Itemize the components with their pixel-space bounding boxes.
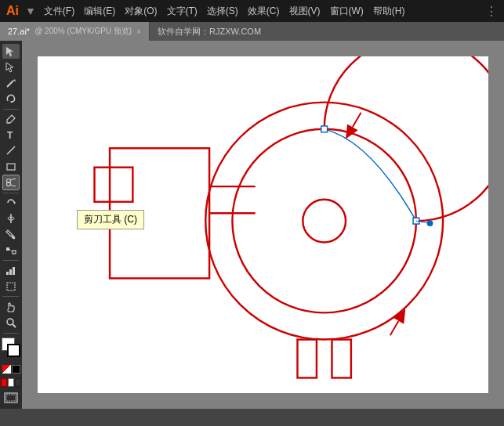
svg-rect-33 [321,126,328,132]
hand-tool[interactable] [2,299,20,314]
document-tab[interactable]: 27.ai* @ 200% (CMYK/GPU 预览) × [0,22,150,41]
left-toolbar: T [0,41,22,409]
svg-line-2 [7,81,13,87]
svg-point-22 [7,319,13,325]
svg-rect-38 [332,340,350,378]
color-swatches [2,365,20,374]
svg-marker-0 [6,47,13,56]
line-tool[interactable] [2,143,20,158]
pen-tool[interactable] [2,112,20,127]
artboard-tool[interactable] [2,279,20,294]
svg-line-11 [10,185,16,186]
graph-tool[interactable] [2,263,20,278]
canvas-area: 剪刀工具 (C) [22,41,504,409]
main-area: T [0,41,504,409]
rectangle-tool[interactable] [2,159,20,174]
tooltip-text: 剪刀工具 (C) [84,214,137,225]
direct-selection-tool[interactable] [2,60,20,74]
mode-box-2[interactable] [8,378,14,387]
menu-window[interactable]: 窗口(W) [330,5,364,18]
magic-wand-tool[interactable] [2,75,20,90]
lasso-tool[interactable] [2,92,20,106]
svg-line-42 [390,321,399,336]
swap-colors-icon[interactable] [2,365,11,374]
svg-rect-20 [13,267,15,275]
zoom-tool[interactable] [2,316,20,330]
menu-effect[interactable]: 效果(C) [248,5,280,18]
svg-rect-25 [6,395,16,401]
rotate-tool[interactable] [2,196,20,211]
svg-rect-19 [9,269,12,275]
svg-marker-1 [6,63,13,72]
svg-line-10 [10,179,16,180]
tool-separator-4 [3,296,19,297]
svg-line-40 [353,113,361,128]
svg-marker-39 [340,124,357,142]
tool-separator-2 [3,193,19,193]
tool-separator-3 [3,260,19,261]
tab-bar: 27.ai* @ 200% (CMYK/GPU 预览) × 软件自学网：RJZX… [0,22,504,41]
svg-point-32 [303,200,346,243]
menu-help[interactable]: 帮助(H) [373,5,405,18]
tab-info: @ 200% (CMYK/GPU 预览) [34,26,132,37]
tool-separator-5 [3,333,19,334]
menu-select[interactable]: 选择(S) [207,5,238,18]
svg-rect-7 [7,164,15,170]
app-logo: Ai [6,4,19,18]
title-bar: Ai ▼ 文件(F) 编辑(E) 对象(O) 文字(T) 选择(S) 效果(C)… [0,0,504,22]
tool-tooltip: 剪刀工具 (C) [77,210,144,229]
svg-text:T: T [7,130,13,140]
stroke-color-box[interactable] [7,344,20,357]
default-colors-icon[interactable] [12,365,20,374]
menu-bar: 文件(F) 编辑(E) 对象(O) 文字(T) 选择(S) 效果(C) 视图(V… [44,5,405,18]
app-icon: ▼ [25,5,36,17]
svg-line-17 [9,249,13,252]
menu-file[interactable]: 文件(F) [44,5,74,18]
tool-separator-1 [3,109,19,110]
svg-line-23 [13,324,16,327]
menu-edit[interactable]: 编辑(E) [84,5,115,18]
paintbucket-tool[interactable] [2,227,20,242]
mode-box-3[interactable] [15,378,21,387]
mode-box-1[interactable] [1,378,7,387]
change-screen-mode[interactable] [2,391,20,406]
fill-stroke-indicator[interactable] [1,338,21,362]
type-tool[interactable]: T [2,128,20,143]
svg-point-30 [205,103,443,340]
scissors-tool[interactable] [2,175,20,190]
svg-rect-27 [95,168,133,202]
tab-filename: 27.ai* [8,27,30,36]
document-canvas[interactable]: 剪刀工具 (C) [38,56,488,393]
window-controls: ⋮ [485,4,498,19]
blend-tool[interactable] [2,243,20,258]
svg-rect-18 [6,272,9,275]
svg-rect-21 [7,283,15,291]
menu-text[interactable]: 文字(T) [167,5,198,18]
selection-tool[interactable] [2,44,20,59]
svg-point-31 [232,129,416,313]
svg-rect-15 [6,247,9,251]
svg-rect-37 [297,340,316,378]
menu-view[interactable]: 视图(V) [289,5,321,18]
site-label: 软件自学网：RJZXW.COM [150,26,269,38]
svg-rect-16 [13,251,16,254]
menu-object[interactable]: 对象(O) [125,5,157,18]
svg-marker-12 [14,201,16,204]
svg-line-6 [7,146,15,154]
screen-mode-buttons [1,378,21,387]
width-tool[interactable] [2,211,20,226]
tab-close-button[interactable]: × [136,27,141,36]
